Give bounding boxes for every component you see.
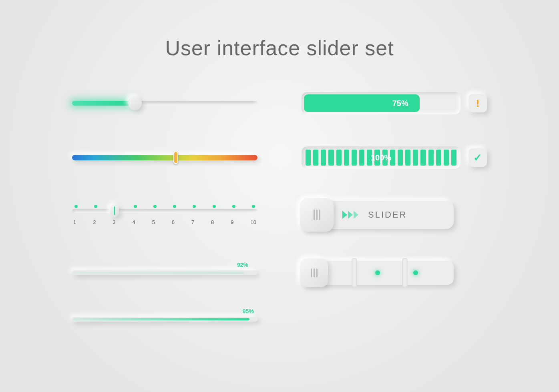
chevrons-right-icon: [342, 211, 358, 219]
notch-dot: [375, 270, 380, 275]
segment: [359, 150, 364, 166]
tick-dot: [134, 205, 137, 208]
segment: [382, 150, 388, 166]
tick-dot: [94, 205, 97, 208]
tick-label: 9: [231, 219, 233, 225]
segment: [367, 150, 372, 166]
slider-ticks[interactable]: 12345678910: [72, 205, 257, 225]
segment: [352, 150, 357, 166]
warning-icon[interactable]: !: [469, 94, 487, 112]
segment: [444, 150, 449, 166]
progress-thin-b: 95%: [72, 317, 257, 322]
progress-thin-b-label: 95%: [243, 308, 254, 314]
segment: [313, 150, 318, 166]
slider-notched[interactable]: [302, 261, 454, 285]
tick-dot: [252, 205, 255, 208]
tick-dot: [173, 205, 176, 208]
slider-notched-handle[interactable]: [300, 258, 328, 287]
segment: [321, 150, 326, 166]
slider-rainbow[interactable]: [72, 155, 257, 160]
tick-label: 3: [113, 219, 115, 225]
segment: [428, 150, 434, 166]
tick-dot: [232, 205, 235, 208]
slider-glow-handle[interactable]: [128, 96, 142, 110]
tick-label: 1: [73, 219, 76, 225]
notch-divider: [352, 258, 357, 288]
check-icon[interactable]: ✓: [469, 148, 487, 167]
tick-dot: [213, 205, 216, 208]
tick-label: 2: [93, 219, 96, 225]
segment: [328, 150, 334, 166]
slide-to-unlock-label: SLIDER: [368, 210, 407, 220]
segment: [374, 150, 380, 166]
tick-dot: [193, 205, 196, 208]
slide-to-unlock[interactable]: SLIDER: [302, 201, 454, 229]
segment: [344, 150, 349, 166]
segment: [451, 150, 456, 166]
notch-dot: [413, 270, 418, 275]
slider-rainbow-handle[interactable]: [173, 151, 178, 164]
page-title: User interface slider set: [0, 36, 559, 60]
tick-label: 7: [191, 219, 194, 225]
slider-ticks-handle[interactable]: [110, 205, 119, 217]
slide-to-unlock-handle[interactable]: [300, 198, 334, 232]
tick-dot: [153, 205, 157, 208]
progress-segmented: 100%: [302, 146, 460, 169]
segment: [336, 150, 342, 166]
slider-glow[interactable]: [72, 101, 257, 106]
segment: [306, 150, 311, 166]
segment: [436, 150, 441, 166]
tick-label: 5: [152, 219, 155, 225]
progress-bar-label: 75%: [392, 99, 408, 108]
segment: [398, 150, 403, 166]
tick-label: 6: [172, 219, 175, 225]
progress-thin-a: 92%: [72, 270, 257, 275]
notch-divider: [402, 258, 408, 288]
segment: [405, 150, 410, 166]
tick-label: 8: [211, 219, 214, 225]
tick-label: 4: [132, 219, 135, 225]
segment: [420, 150, 426, 166]
tick-dot: [74, 205, 78, 208]
progress-bar: 75%: [302, 92, 460, 114]
tick-label: 10: [250, 219, 256, 225]
progress-thin-a-label: 92%: [237, 262, 248, 268]
segment: [390, 150, 395, 166]
segment: [413, 150, 418, 166]
